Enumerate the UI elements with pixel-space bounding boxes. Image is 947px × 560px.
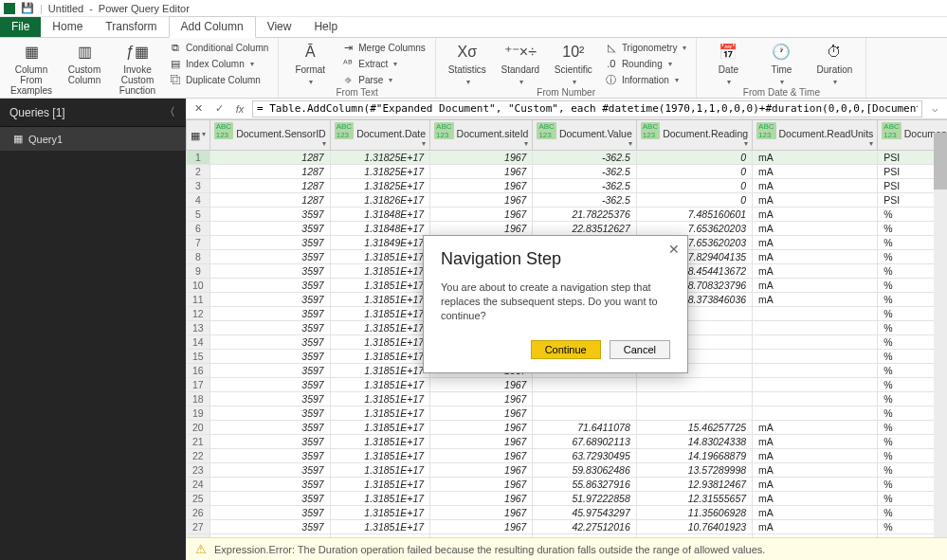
column-header[interactable]: ABC123Document.Value▾ <box>533 120 636 151</box>
data-cell[interactable]: 14.83024338 <box>636 435 752 449</box>
extract-button[interactable]: ᴬᴮExtract <box>339 56 428 71</box>
row-number[interactable]: 23 <box>187 463 210 478</box>
row-number[interactable]: 19 <box>187 406 210 421</box>
data-cell[interactable]: 1967 <box>430 392 533 406</box>
tab-home[interactable]: Home <box>41 17 94 37</box>
data-cell[interactable] <box>753 350 878 364</box>
data-cell[interactable]: mA <box>753 520 878 534</box>
date-button[interactable]: 📅Date <box>704 40 752 87</box>
data-cell[interactable]: 1.31825E+17 <box>330 179 429 193</box>
column-header[interactable]: ABC123Document.Reading▾ <box>636 120 752 151</box>
tab-help[interactable]: Help <box>302 17 349 37</box>
data-cell[interactable]: 3597 <box>209 406 330 421</box>
data-cell[interactable] <box>753 364 878 378</box>
data-cell[interactable] <box>636 392 752 406</box>
data-cell[interactable]: 63.72930495 <box>533 449 636 463</box>
data-cell[interactable]: 3597 <box>209 279 330 293</box>
row-number[interactable]: 1 <box>187 151 210 165</box>
data-cell[interactable]: 59.83062486 <box>533 463 636 478</box>
data-cell[interactable]: mA <box>753 435 878 449</box>
data-cell[interactable]: -362.5 <box>533 165 636 179</box>
data-cell[interactable]: 3597 <box>209 293 330 307</box>
table-row[interactable]: 1935971.31851E+171967%Error <box>187 406 948 421</box>
standard-button[interactable]: ⁺⁻×÷Standard <box>497 40 544 87</box>
data-cell[interactable]: 3597 <box>209 378 330 392</box>
data-cell[interactable]: mA <box>753 236 878 250</box>
data-cell[interactable]: 1967 <box>430 378 533 392</box>
qat-save-icon[interactable]: 💾 <box>21 2 34 14</box>
table-row[interactable]: 112871.31825E+171967-362.50mAPSIError <box>187 151 948 165</box>
data-cell[interactable]: 1.31851E+17 <box>330 321 429 335</box>
table-row[interactable]: 1735971.31851E+171967%Error <box>187 378 948 392</box>
index-column-button[interactable]: ▤Index Column <box>167 56 270 71</box>
data-cell[interactable]: 14.19668879 <box>636 449 752 463</box>
data-cell[interactable]: 1967 <box>430 165 533 179</box>
data-cell[interactable] <box>753 307 878 321</box>
data-cell[interactable]: mA <box>753 478 878 492</box>
table-row[interactable]: 2135971.31851E+17196767.6890211314.83024… <box>187 435 948 449</box>
scientific-button[interactable]: 10²Scientific <box>550 40 597 87</box>
data-cell[interactable] <box>533 378 636 392</box>
row-number[interactable]: 13 <box>187 321 210 335</box>
table-row[interactable]: 212871.31825E+171967-362.50mAPSIError <box>187 165 948 179</box>
data-cell[interactable]: 1.31851E+17 <box>330 250 429 264</box>
conditional-column-button[interactable]: ⧉Conditional Column <box>167 40 270 55</box>
data-cell[interactable]: 1.31851E+17 <box>330 478 429 492</box>
data-cell[interactable]: 15.46257725 <box>636 421 752 435</box>
table-row[interactable]: 2635971.31851E+17196745.9754329711.35606… <box>187 506 948 520</box>
data-cell[interactable]: 3597 <box>209 520 330 534</box>
data-cell[interactable]: 1967 <box>430 449 533 463</box>
table-row[interactable]: 535971.31848E+17196721.782253767.4851606… <box>187 208 948 222</box>
table-row[interactable]: 2535971.31851E+17196751.9722285812.31555… <box>187 492 948 506</box>
row-number[interactable]: 12 <box>187 307 210 321</box>
data-cell[interactable] <box>753 392 878 406</box>
data-cell[interactable]: 3597 <box>209 449 330 463</box>
table-row[interactable]: 2035971.31851E+17196771.641107815.462577… <box>187 421 948 435</box>
data-cell[interactable]: 51.97222858 <box>533 492 636 506</box>
data-cell[interactable]: 1967 <box>430 506 533 520</box>
parse-button[interactable]: ⎆Parse <box>339 72 428 87</box>
column-header[interactable]: ABC123Document.SensorID▾ <box>209 120 330 151</box>
table-row[interactable]: 2335971.31851E+17196759.8306248613.57289… <box>187 463 948 478</box>
table-row[interactable]: 1835971.31851E+171967%Error <box>187 392 948 406</box>
data-cell[interactable]: mA <box>753 264 878 279</box>
statistics-button[interactable]: XσStatistics <box>444 40 491 87</box>
data-cell[interactable]: 0 <box>636 165 752 179</box>
table-row[interactable]: 2735971.31851E+17196742.2751201610.76401… <box>187 520 948 534</box>
data-cell[interactable]: 3597 <box>209 435 330 449</box>
data-cell[interactable]: 12.31555657 <box>636 492 752 506</box>
data-cell[interactable]: mA <box>753 421 878 435</box>
data-cell[interactable]: 0 <box>636 179 752 193</box>
data-cell[interactable]: 1.31851E+17 <box>330 520 429 534</box>
data-cell[interactable]: 3597 <box>209 321 330 335</box>
data-cell[interactable] <box>753 321 878 335</box>
data-cell[interactable] <box>533 406 636 421</box>
formula-dropdown-button[interactable]: ⌵ <box>926 102 943 115</box>
data-cell[interactable]: 1967 <box>430 179 533 193</box>
format-button[interactable]: ĀFormat <box>286 40 334 87</box>
tab-view[interactable]: View <box>256 17 303 37</box>
data-cell[interactable]: 1.31851E+17 <box>330 463 429 478</box>
data-cell[interactable]: 1.31851E+17 <box>330 335 429 350</box>
data-cell[interactable]: 1967 <box>430 151 533 165</box>
row-number[interactable]: 14 <box>187 335 210 350</box>
tab-transform[interactable]: Transform <box>94 17 168 37</box>
data-cell[interactable]: 3597 <box>209 364 330 378</box>
column-header[interactable]: ABC123Document.ReadUnits▾ <box>753 120 878 151</box>
data-cell[interactable]: 71.6411078 <box>533 421 636 435</box>
dialog-close-button[interactable]: ✕ <box>668 242 680 257</box>
data-cell[interactable]: mA <box>753 293 878 307</box>
data-cell[interactable]: mA <box>753 208 878 222</box>
data-cell[interactable] <box>753 335 878 350</box>
data-cell[interactable]: 1.31851E+17 <box>330 264 429 279</box>
data-cell[interactable]: 1.31851E+17 <box>330 293 429 307</box>
data-cell[interactable]: 1967 <box>430 492 533 506</box>
data-cell[interactable]: 10.76401923 <box>636 520 752 534</box>
data-cell[interactable]: 1967 <box>430 435 533 449</box>
query-item[interactable]: ▦ Query1 <box>0 127 186 151</box>
data-cell[interactable]: 1287 <box>209 179 330 193</box>
data-cell[interactable]: 1.31851E+17 <box>330 378 429 392</box>
cancel-button[interactable]: Cancel <box>610 340 670 359</box>
data-cell[interactable]: 1.31826E+17 <box>330 193 429 208</box>
data-cell[interactable]: 1967 <box>430 406 533 421</box>
